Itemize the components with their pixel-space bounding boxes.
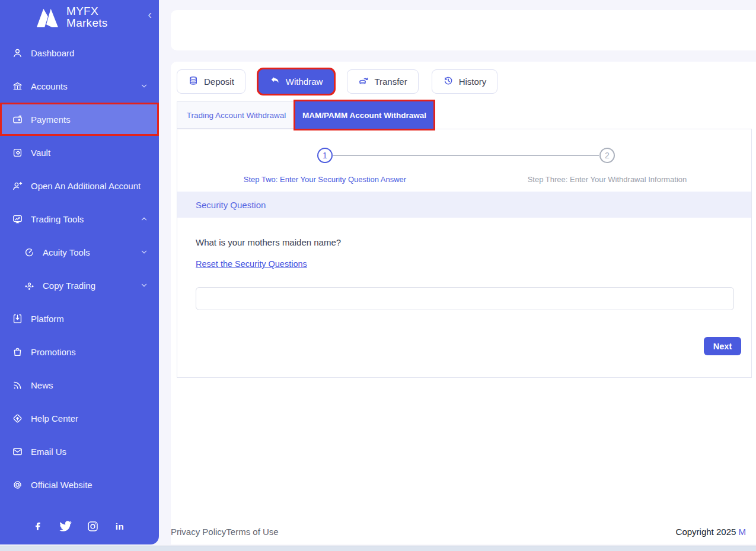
gauge-icon <box>24 247 35 258</box>
shopping-bag-icon <box>12 346 23 358</box>
transfer-label: Transfer <box>374 77 407 87</box>
step-1-label: Step Two: Enter Your Security Question A… <box>206 175 444 184</box>
history-label: History <box>459 77 487 87</box>
copyright-brand-link[interactable]: M <box>739 527 747 537</box>
sidebar-item-label: Copy Trading <box>43 281 95 291</box>
reset-security-questions-link[interactable]: Reset the Security Questions <box>196 259 307 269</box>
sidebar-item-acuity-tools[interactable]: Acuity Tools <box>0 235 159 269</box>
sidebar-item-news[interactable]: News <box>0 368 159 402</box>
sidebar-item-copy-trading[interactable]: Copy Trading <box>0 269 159 302</box>
sidebar-item-promotions[interactable]: Promotions <box>0 335 159 368</box>
safe-icon <box>12 147 23 158</box>
sidebar-item-label: News <box>31 380 53 390</box>
tab-mam-pamm-account-withdrawal[interactable]: MAM/PAMM Account Withdrawal <box>295 101 433 129</box>
mountains-logo-icon <box>33 6 60 28</box>
sidebar-item-label: Payments <box>31 114 71 125</box>
chevron-down-icon <box>140 281 148 289</box>
sidebar-menu: Dashboard Accounts Payments <box>0 36 159 501</box>
topbar <box>171 10 756 50</box>
sidebar-item-label: Acuity Tools <box>43 247 90 257</box>
step-1-circle: 1 <box>317 148 333 163</box>
rss-icon <box>12 380 23 391</box>
section-title: Security Question <box>196 200 266 210</box>
brand-logo: MYFX Markets <box>0 0 159 30</box>
envelope-icon <box>12 446 23 457</box>
sidebar-item-dashboard[interactable]: Dashboard <box>0 36 159 69</box>
facebook-icon[interactable] <box>31 520 44 533</box>
deposit-button[interactable]: Deposit <box>177 69 245 94</box>
sidebar-item-label: Help Center <box>31 413 78 423</box>
social-links: in <box>0 508 159 544</box>
security-question-section-header: Security Question <box>177 192 751 218</box>
sidebar-item-label: Official Website <box>31 480 92 490</box>
copyright-text: Copyright 2025 M <box>676 527 746 537</box>
transfer-button[interactable]: Transfer <box>347 69 418 94</box>
tab-label: MAM/PAMM Account Withdrawal <box>302 111 426 120</box>
sidebar-item-open-additional-account[interactable]: Open An Additional Account <box>0 169 159 202</box>
sidebar-item-platform[interactable]: Platform <box>0 302 159 335</box>
transfer-coins-icon <box>358 75 369 88</box>
instagram-icon[interactable] <box>86 520 99 533</box>
main-panel: Deposit Withdraw Transfer <box>171 62 756 544</box>
next-button[interactable]: Next <box>704 337 741 355</box>
user-icon <box>12 47 23 59</box>
footer: Privacy PolicyTerms of Use Copyright 202… <box>171 527 746 537</box>
terms-of-use-link[interactable]: Terms of Use <box>226 527 278 537</box>
sidebar-item-email-us[interactable]: Email Us <box>0 435 159 468</box>
sidebar-item-label: Trading Tools <box>31 214 84 224</box>
download-icon <box>12 313 23 324</box>
sidebar-item-label: Open An Additional Account <box>31 181 141 191</box>
linkedin-icon[interactable]: in <box>113 520 126 533</box>
bank-icon <box>12 81 23 92</box>
chevron-down-icon <box>140 248 148 256</box>
sidebar-item-label: Dashboard <box>31 48 74 58</box>
coins-icon <box>188 75 199 88</box>
security-answer-input[interactable] <box>196 287 734 310</box>
undo-arrow-icon <box>270 75 280 88</box>
step-2-label: Step Three: Enter Your Withdrawal Inform… <box>489 175 726 184</box>
at-sign-icon <box>12 479 23 491</box>
privacy-policy-link[interactable]: Privacy Policy <box>171 527 226 537</box>
sidebar-item-label: Platform <box>31 314 64 324</box>
sidebar-item-official-website[interactable]: Official Website <box>0 468 159 501</box>
sidebar-item-help-center[interactable]: Help Center <box>0 402 159 435</box>
sidebar-item-label: Email Us <box>31 447 66 457</box>
history-button[interactable]: History <box>432 69 498 94</box>
twitter-icon[interactable] <box>59 520 72 533</box>
step-connector-line <box>333 155 599 156</box>
sidebar-item-trading-tools[interactable]: Trading Tools <box>0 202 159 235</box>
sidebar-item-label: Promotions <box>31 347 76 357</box>
sidebar-item-vault[interactable]: Vault <box>0 136 159 169</box>
sidebar-item-accounts[interactable]: Accounts <box>0 69 159 103</box>
sidebar-item-label: Accounts <box>31 81 68 91</box>
clock-history-icon <box>443 75 454 88</box>
tab-label: Trading Account Withdrawal <box>187 111 286 120</box>
chevron-up-icon <box>140 215 148 223</box>
user-plus-icon <box>12 180 23 192</box>
security-question-text: What is your mothers maiden name? <box>196 237 341 247</box>
payments-toolbar: Deposit Withdraw Transfer <box>177 69 497 94</box>
withdrawal-tabs: Trading Account Withdrawal MAM/PAMM Acco… <box>177 101 433 129</box>
withdraw-button[interactable]: Withdraw <box>259 69 334 94</box>
sidebar-collapse-icon[interactable]: ‹ <box>148 8 152 20</box>
sidebar-item-payments[interactable]: Payments <box>0 103 159 136</box>
people-network-icon <box>24 280 35 291</box>
wallet-icon <box>12 114 23 125</box>
brand-name: MYFX Markets <box>66 5 108 29</box>
footer-links: Privacy PolicyTerms of Use <box>171 527 279 537</box>
monitor-chart-icon <box>12 214 23 225</box>
sidebar: MYFX Markets ‹ Dashboard Accounts <box>0 0 159 544</box>
deposit-label: Deposit <box>204 77 234 87</box>
diamond-arrow-icon <box>12 413 23 424</box>
horizontal-scrollbar[interactable] <box>0 546 756 551</box>
withdraw-label: Withdraw <box>286 77 323 87</box>
withdrawal-card: 1 2 Step Two: Enter Your Security Questi… <box>177 129 752 378</box>
tab-trading-account-withdrawal[interactable]: Trading Account Withdrawal <box>177 101 295 129</box>
chevron-down-icon <box>140 82 148 90</box>
sidebar-item-label: Vault <box>31 148 50 158</box>
step-2-circle: 2 <box>599 148 615 163</box>
